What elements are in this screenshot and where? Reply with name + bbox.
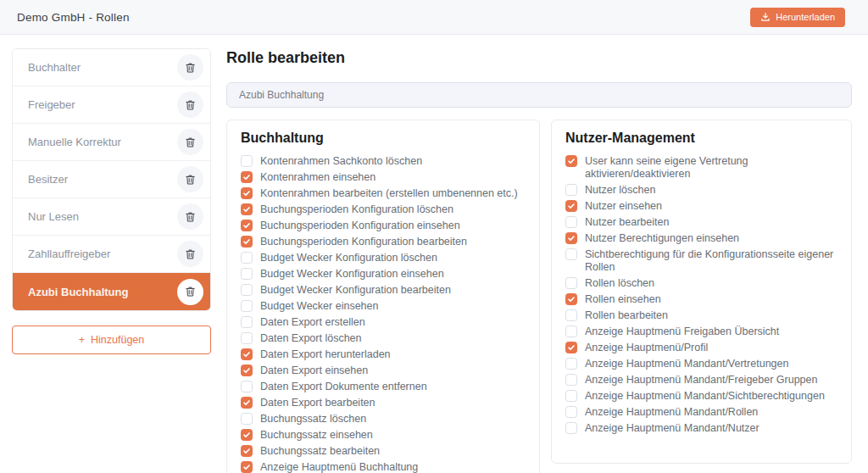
permission-row[interactable]: Kontenrahmen einsehen bbox=[241, 170, 526, 186]
checkbox[interactable] bbox=[565, 390, 577, 402]
permission-row[interactable]: Anzeige Hauptmenü Buchhaltung bbox=[241, 459, 526, 473]
checkbox[interactable] bbox=[241, 445, 253, 457]
permission-row[interactable]: Budget Wecker Konfiguration löschen bbox=[241, 250, 526, 266]
delete-role-button[interactable] bbox=[177, 129, 203, 155]
checkbox[interactable] bbox=[565, 326, 577, 337]
checkbox[interactable] bbox=[565, 358, 577, 370]
permission-row[interactable]: Daten Export erstellen bbox=[241, 314, 526, 331]
permission-row[interactable]: Buchungsperioden Konfiguration einsehen bbox=[241, 218, 526, 234]
sidebar-role-item[interactable]: Manuelle Korrektur bbox=[13, 124, 210, 161]
permission-row[interactable]: Nutzer Berechtigungen einsehen bbox=[565, 231, 837, 247]
permission-row[interactable]: Buchungssatz einsehen bbox=[241, 427, 526, 443]
sidebar-role-item[interactable]: Besitzer bbox=[13, 161, 210, 198]
sidebar-role-item[interactable]: Zahllauffreigeber bbox=[13, 236, 210, 273]
permission-row[interactable]: Nutzer einsehen bbox=[565, 198, 837, 214]
checkbox[interactable] bbox=[565, 342, 577, 353]
checkbox[interactable] bbox=[241, 187, 253, 199]
checkbox[interactable] bbox=[241, 268, 253, 280]
checkbox[interactable] bbox=[241, 364, 253, 376]
checkbox[interactable] bbox=[565, 248, 577, 260]
permission-row[interactable]: Rollen einsehen bbox=[565, 292, 837, 308]
checkbox[interactable] bbox=[565, 406, 577, 418]
checkbox[interactable] bbox=[565, 232, 577, 244]
checkmark-icon bbox=[242, 205, 251, 214]
checkbox[interactable] bbox=[241, 316, 253, 328]
delete-role-button[interactable] bbox=[177, 241, 203, 267]
permission-row[interactable]: Daten Export einsehen bbox=[241, 363, 526, 379]
add-role-label: Hinzufügen bbox=[91, 334, 144, 346]
permission-row[interactable]: Nutzer bearbeiten bbox=[565, 214, 837, 231]
checkbox[interactable] bbox=[565, 374, 577, 386]
permission-row[interactable]: Budget Wecker einsehen bbox=[241, 298, 526, 314]
permission-label: Anzeige Hauptmenü Mandant/Nutzer bbox=[585, 422, 760, 436]
delete-role-button[interactable] bbox=[177, 203, 203, 230]
permission-row[interactable]: Buchungssatz bearbeiten bbox=[241, 443, 526, 459]
permission-row[interactable]: Anzeige Hauptmenü Mandant/Sichtberechtig… bbox=[565, 388, 837, 404]
permission-row[interactable]: Buchungsperioden Konfiguration bearbeite… bbox=[241, 234, 526, 250]
permission-row[interactable]: Nutzer löschen bbox=[565, 182, 837, 198]
permission-label: Buchungsperioden Konfiguration einsehen bbox=[260, 220, 460, 233]
permission-label: User kann seine eigene Vertretung aktivi… bbox=[585, 155, 837, 181]
permission-row[interactable]: Sichtberechtigung für die Konfigurations… bbox=[565, 247, 837, 275]
permission-row[interactable]: Rollen bearbeiten bbox=[565, 308, 837, 324]
checkbox[interactable] bbox=[241, 348, 253, 360]
checkbox[interactable] bbox=[241, 461, 253, 473]
checkbox[interactable] bbox=[241, 236, 253, 248]
checkbox[interactable] bbox=[241, 220, 253, 231]
permission-row[interactable]: Anzeige Hauptmenü Mandant/Vertretungen bbox=[565, 356, 837, 372]
sidebar-role-item[interactable]: Freigeber bbox=[13, 86, 210, 124]
checkmark-icon bbox=[567, 202, 576, 210]
delete-role-button[interactable] bbox=[177, 54, 203, 81]
checkbox[interactable] bbox=[565, 155, 577, 167]
checkbox[interactable] bbox=[565, 422, 577, 434]
permission-row[interactable]: Anzeige Hauptmenü Mandant/Rollen bbox=[565, 404, 837, 420]
checkbox[interactable] bbox=[241, 429, 253, 441]
permission-row[interactable]: Daten Export löschen bbox=[241, 331, 526, 347]
checkbox[interactable] bbox=[241, 252, 253, 264]
permission-row[interactable]: Kontenrahmen Sachkonto löschen bbox=[241, 153, 526, 170]
checkbox[interactable] bbox=[565, 184, 577, 196]
checkbox[interactable] bbox=[241, 381, 253, 392]
permission-row[interactable]: Daten Export herunterladen bbox=[241, 347, 526, 363]
content-area: Buchhalter Freigeber Manuelle Korrektur bbox=[0, 35, 868, 473]
permission-row[interactable]: Budget Wecker Konfiguration bearbeiten bbox=[241, 282, 526, 298]
permission-row[interactable]: Budget Wecker Konfiguration einsehen bbox=[241, 266, 526, 282]
sidebar-role-item[interactable]: Buchhalter bbox=[13, 49, 210, 86]
checkbox[interactable] bbox=[241, 284, 253, 296]
permission-label: Nutzer bearbeiten bbox=[585, 216, 669, 230]
checkbox[interactable] bbox=[565, 277, 577, 289]
permission-row[interactable]: Anzeige Hauptmenü Freigaben Übersicht bbox=[565, 324, 837, 340]
checkbox[interactable] bbox=[241, 300, 253, 312]
add-role-button[interactable]: + Hinzufügen bbox=[12, 326, 211, 354]
delete-role-button[interactable] bbox=[177, 279, 203, 305]
checkbox[interactable] bbox=[565, 309, 577, 321]
checkbox[interactable] bbox=[241, 413, 253, 425]
sidebar-role-item[interactable]: Azubi Buchhaltung bbox=[13, 273, 210, 310]
checkbox[interactable] bbox=[565, 216, 577, 228]
permission-row[interactable]: Buchungssatz löschen bbox=[241, 411, 526, 427]
permission-row[interactable]: Daten Export bearbeiten bbox=[241, 395, 526, 411]
permission-row[interactable]: Anzeige Hauptmenü Mandant/Freigeber Grup… bbox=[565, 372, 837, 388]
checkbox[interactable] bbox=[565, 293, 577, 305]
checkbox[interactable] bbox=[565, 200, 577, 212]
permission-row[interactable]: Daten Export Dokumente entfernen bbox=[241, 379, 526, 395]
permission-label: Daten Export löschen bbox=[260, 332, 362, 346]
checkmark-icon bbox=[242, 221, 251, 230]
checkbox[interactable] bbox=[241, 155, 253, 167]
permission-row[interactable]: Kontenrahmen bearbeiten (erstellen umben… bbox=[241, 186, 526, 202]
checkbox[interactable] bbox=[241, 332, 253, 344]
checkbox[interactable] bbox=[241, 397, 253, 409]
delete-role-button[interactable] bbox=[177, 92, 203, 118]
permission-label: Kontenrahmen bearbeiten (erstellen umben… bbox=[260, 187, 518, 201]
permission-row[interactable]: Buchungsperioden Konfiguration löschen bbox=[241, 202, 526, 218]
download-button[interactable]: Herunterladen bbox=[750, 8, 845, 27]
checkbox[interactable] bbox=[241, 203, 253, 215]
checkbox[interactable] bbox=[241, 171, 253, 183]
permission-row[interactable]: Anzeige Hauptmenü/Profil bbox=[565, 340, 837, 356]
permission-row[interactable]: Rollen löschen bbox=[565, 275, 837, 292]
delete-role-button[interactable] bbox=[177, 166, 203, 192]
permission-row[interactable]: Anzeige Hauptmenü Mandant/Nutzer bbox=[565, 420, 837, 437]
sidebar-role-item[interactable]: Nur Lesen bbox=[13, 198, 210, 236]
permission-row[interactable]: User kann seine eigene Vertretung aktivi… bbox=[565, 153, 837, 182]
role-name-input[interactable] bbox=[226, 82, 852, 108]
